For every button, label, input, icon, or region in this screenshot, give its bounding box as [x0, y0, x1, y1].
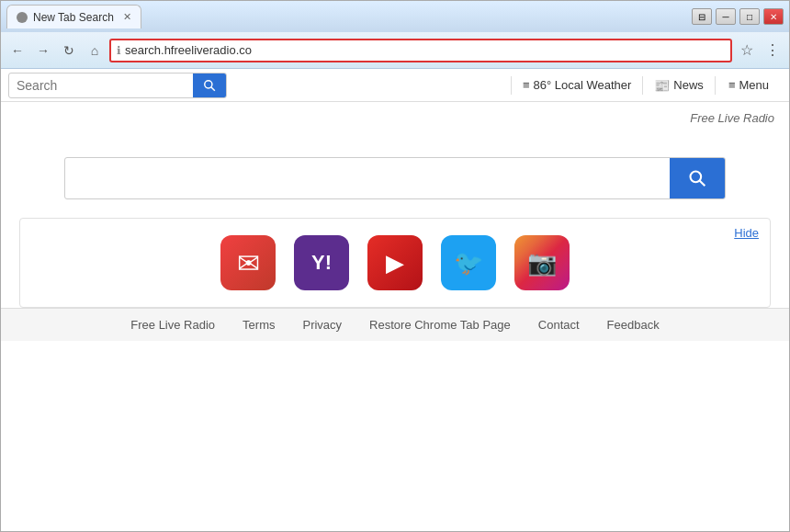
hide-button[interactable]: Hide — [734, 226, 759, 240]
footer-free-live-radio-link[interactable]: Free Live Radio — [130, 318, 215, 332]
menu-button[interactable]: ≡ Menu — [716, 69, 782, 101]
svg-line-1 — [211, 86, 215, 90]
window-minimize-button[interactable]: ─ — [716, 8, 736, 25]
address-text: search.hfreeliveradio.co — [125, 43, 725, 57]
toolbar-search-button[interactable] — [193, 73, 226, 98]
gmail-icon[interactable]: ✉ — [220, 235, 276, 290]
nav-bar: ← → ↻ ⌂ ℹ search.hfreeliveradio.co ☆ ⋮ — [1, 32, 789, 69]
window-controls: ⊟ ─ □ ✕ — [692, 8, 784, 25]
window-icon1-button[interactable]: ⊟ — [692, 8, 712, 25]
title-bar: New Tab Search ✕ ⊟ ─ □ ✕ — [1, 1, 789, 32]
toolbar-search-box[interactable] — [8, 73, 227, 98]
quick-links-row: ✉ Y! ▶ 🐦 📷 — [20, 228, 770, 298]
youtube-icon[interactable]: ▶ — [367, 235, 423, 290]
browser-tab[interactable]: New Tab Search ✕ — [6, 5, 141, 28]
address-bar[interactable]: ℹ search.hfreeliveradio.co — [109, 39, 732, 62]
footer-contact-link[interactable]: Contact — [538, 318, 580, 332]
page-toolbar: ≡ 86° Local Weather 📰 News ≡ Menu — [1, 69, 789, 102]
tab-close-button[interactable]: ✕ — [123, 11, 131, 23]
main-search-icon — [688, 169, 706, 187]
page-content: Free Live Radio Hide ✉ Y! ▶ 🐦 — [1, 102, 789, 531]
instagram-icon[interactable]: 📷 — [514, 235, 570, 290]
svg-point-2 — [691, 172, 702, 183]
svg-line-3 — [700, 181, 705, 187]
main-search-box[interactable] — [64, 157, 726, 199]
main-search-button[interactable] — [670, 157, 725, 199]
search-icon — [203, 79, 216, 92]
footer-feedback-link[interactable]: Feedback — [607, 318, 660, 332]
window-close-button[interactable]: ✕ — [763, 8, 784, 25]
weather-label: 86° Local Weather — [534, 78, 632, 92]
footer-privacy-link[interactable]: Privacy — [302, 318, 342, 332]
bookmark-star-button[interactable]: ☆ — [736, 40, 758, 62]
twitter-icon[interactable]: 🐦 — [441, 235, 496, 290]
chrome-menu-button[interactable]: ⋮ — [762, 40, 784, 62]
home-button[interactable]: ⌂ — [84, 40, 106, 62]
back-button[interactable]: ← — [6, 40, 28, 62]
top-right-label: Free Live Radio — [690, 111, 774, 125]
weather-icon: ≡ — [523, 78, 530, 92]
tab-title: New Tab Search — [33, 11, 114, 24]
footer-restore-chrome-link[interactable]: Restore Chrome Tab Page — [369, 318, 511, 332]
tab-favicon — [17, 12, 28, 23]
footer-terms-link[interactable]: Terms — [243, 318, 275, 332]
reload-button[interactable]: ↻ — [58, 40, 80, 62]
main-search-input[interactable] — [65, 170, 670, 187]
news-button[interactable]: 📰 News — [643, 69, 715, 101]
local-weather-button[interactable]: ≡ 86° Local Weather — [512, 69, 642, 101]
window-maximize-button[interactable]: □ — [739, 8, 760, 25]
svg-point-0 — [205, 80, 212, 87]
info-icon: ℹ — [117, 44, 121, 57]
page-footer: Free Live Radio Terms Privacy Restore Ch… — [1, 308, 789, 341]
news-icon: 📰 — [654, 78, 670, 93]
menu-icon: ≡ — [728, 78, 736, 92]
nav-right: ☆ ⋮ — [736, 40, 784, 62]
quick-links-container: Hide ✉ Y! ▶ 🐦 📷 — [19, 218, 771, 308]
toolbar-search-input[interactable] — [9, 78, 193, 93]
yahoo-icon[interactable]: Y! — [294, 235, 349, 290]
menu-label: Menu — [739, 78, 769, 92]
forward-button[interactable]: → — [32, 40, 54, 62]
news-label: News — [673, 78, 704, 92]
center-search-area — [1, 102, 789, 218]
browser-window: New Tab Search ✕ ⊟ ─ □ ✕ ← → ↻ ⌂ ℹ searc… — [0, 0, 790, 532]
